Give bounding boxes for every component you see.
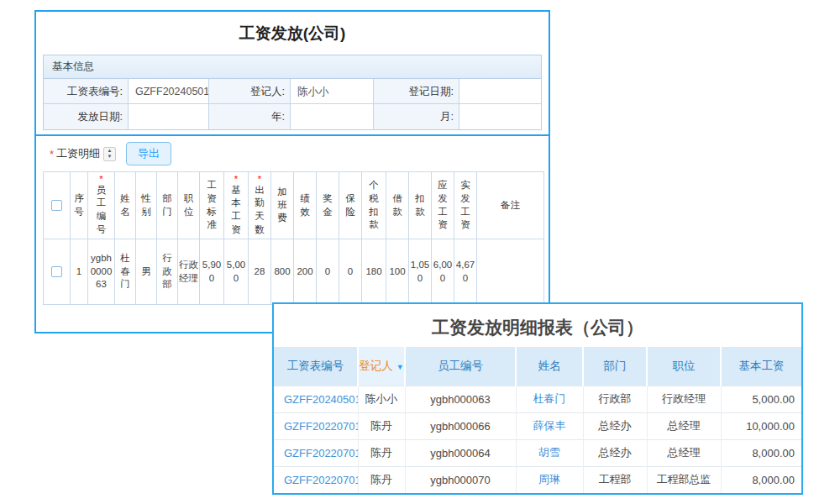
spinner-down-icon: ▼: [108, 154, 113, 160]
col-employee-id: *员工编号: [88, 172, 115, 239]
cell-insurance: 0: [339, 239, 362, 305]
field-value-month[interactable]: [459, 104, 541, 129]
report-cell-position: 工程部总监: [647, 466, 721, 493]
report-cell-employee-id: ygbh000070: [405, 466, 516, 493]
report-cell-registrant: 陈小小: [358, 386, 405, 412]
report-cell-department: 总经办: [583, 412, 647, 439]
field-label-month: 月:: [374, 104, 459, 129]
report-cell-basic-salary: 5,000.00: [721, 386, 801, 412]
cell-loan: 100: [386, 239, 409, 305]
field-value-salary-sheet-no[interactable]: GZFF20240501: [129, 79, 209, 104]
row-checkbox[interactable]: [51, 266, 62, 277]
report-cell-sheet-no-link[interactable]: GZFF20220701: [274, 412, 358, 439]
col-performance: 绩效: [294, 172, 317, 239]
col-overtime-pay: 加班费: [271, 172, 294, 239]
report-cell-employee-id: ygbh000064: [405, 439, 516, 466]
field-label-pay-date: 发放日期:: [44, 104, 129, 129]
col-name: 姓名: [115, 172, 136, 239]
cell-overtime-pay: 800: [271, 239, 294, 305]
field-value-pay-date[interactable]: [129, 104, 209, 129]
field-label-year: 年:: [209, 104, 291, 129]
cell-performance: 200: [294, 239, 317, 305]
report-cell-basic-salary: 8,000.00: [721, 466, 801, 493]
cell-attendance-days: 28: [249, 239, 271, 305]
col-deduction: 扣款: [409, 172, 432, 239]
report-cell-sheet-no-link[interactable]: GZFF20220701: [274, 466, 358, 493]
basic-info-header: 基本信息: [44, 55, 541, 79]
cell-payable-salary: 6,000: [432, 239, 454, 305]
report-cell-position: 总经理: [647, 439, 721, 466]
report-cell-registrant: 陈丹: [358, 412, 405, 439]
detail-header-row: 序号 *员工编号 姓名 性别 部门 职位 工资标准 *基本工资 *出勤天数 加班…: [44, 172, 544, 239]
detail-section-label: 工资明细: [56, 146, 100, 161]
sort-desc-icon: ▼: [396, 363, 404, 371]
report-cell-registrant: 陈丹: [358, 466, 405, 493]
report-col-sheet-no[interactable]: 工资表编号: [274, 347, 358, 386]
report-cell-position: 总经理: [647, 412, 721, 439]
col-insurance: 保险: [339, 172, 362, 239]
col-department: 部门: [157, 172, 178, 239]
cell-position: 行政经理: [178, 239, 200, 305]
report-cell-basic-salary: 8,000.00: [721, 439, 801, 466]
col-basic-salary: *基本工资: [224, 172, 249, 239]
report-cell-sheet-no-link[interactable]: GZFF20220701: [274, 439, 358, 466]
salary-report-window: 工资发放明细报表（公司） 工资表编号 登记人▼ 员工编号 姓名 部门 职位 基本…: [272, 302, 803, 495]
field-value-registrant[interactable]: 陈小小: [291, 79, 374, 104]
report-cell-employee-id: ygbh000066: [405, 412, 516, 439]
report-col-basic-salary[interactable]: 基本工资: [721, 347, 801, 386]
cell-name: 杜春门: [115, 239, 136, 305]
col-bonus: 奖金: [317, 172, 339, 239]
report-col-name[interactable]: 姓名: [516, 347, 583, 386]
cell-salary-standard: 5,900: [200, 239, 224, 305]
cell-seq: 1: [71, 239, 88, 305]
cell-bonus: 0: [317, 239, 339, 305]
cell-employee-id: ygbh000063: [88, 239, 115, 305]
field-label-register-date: 登记日期:: [374, 79, 459, 104]
field-value-register-date[interactable]: [459, 79, 541, 104]
col-gender: 性别: [136, 172, 157, 239]
report-col-registrant[interactable]: 登记人▼: [358, 347, 405, 386]
spinner-icon[interactable]: ▲ ▼: [103, 147, 116, 161]
cell-department: 行政部: [157, 239, 178, 305]
basic-info-fieldset: 基本信息 工资表编号: GZFF20240501 登记人: 陈小小 登记日期: …: [43, 55, 542, 130]
report-cell-sheet-no-link[interactable]: GZFF20240501: [274, 386, 358, 412]
report-cell-basic-salary: 10,000.00: [721, 412, 801, 439]
field-label-registrant: 登记人:: [209, 79, 291, 104]
col-tax-deduction: 个税扣款: [362, 172, 386, 239]
col-payable-salary: 应发工资: [432, 172, 454, 239]
col-seq: 序号: [71, 172, 88, 239]
salary-detail-table: 序号 *员工编号 姓名 性别 部门 职位 工资标准 *基本工资 *出勤天数 加班…: [43, 171, 544, 305]
row-select-cell: [44, 239, 71, 305]
col-position: 职位: [178, 172, 200, 239]
report-cell-name-link[interactable]: 周琳: [516, 466, 583, 493]
cell-basic-salary: 5,000: [224, 239, 249, 305]
report-cell-department: 工程部: [583, 466, 647, 493]
select-all-cell: [44, 172, 71, 239]
col-actual-salary: 实发工资: [454, 172, 477, 239]
cell-deduction: 1,050: [409, 239, 432, 305]
detail-toolbar: * 工资明细 ▲ ▼ 导出: [36, 136, 549, 171]
cell-actual-salary: 4,670: [454, 239, 477, 305]
col-attendance-days: *出勤天数: [249, 172, 271, 239]
report-cell-position: 行政经理: [647, 386, 721, 412]
report-row: GZFF20220701 陈丹 ygbh000064 胡雪 总经办 总经理 8,…: [274, 439, 801, 466]
report-cell-name-link[interactable]: 杜春门: [516, 386, 583, 412]
col-loan: 借款: [386, 172, 409, 239]
report-col-position[interactable]: 职位: [647, 347, 721, 386]
report-cell-registrant: 陈丹: [358, 439, 405, 466]
export-button[interactable]: 导出: [126, 142, 171, 165]
select-all-checkbox[interactable]: [51, 200, 62, 211]
report-cell-employee-id: ygbh000063: [405, 386, 516, 412]
required-mark: *: [50, 148, 54, 160]
spinner-up-icon: ▲: [108, 148, 113, 154]
report-cell-name-link[interactable]: 胡雪: [516, 439, 583, 466]
field-label-salary-sheet-no: 工资表编号:: [44, 79, 129, 104]
cell-remarks: [477, 239, 544, 305]
report-col-department[interactable]: 部门: [583, 347, 647, 386]
col-remarks: 备注: [477, 172, 544, 239]
field-value-year[interactable]: [291, 104, 374, 129]
report-header-row: 工资表编号 登记人▼ 员工编号 姓名 部门 职位 基本工资: [274, 347, 801, 386]
report-row: GZFF20220701 陈丹 ygbh000070 周琳 工程部 工程部总监 …: [274, 466, 801, 493]
report-col-employee-id[interactable]: 员工编号: [405, 347, 516, 386]
report-cell-name-link[interactable]: 薛保丰: [516, 412, 583, 439]
